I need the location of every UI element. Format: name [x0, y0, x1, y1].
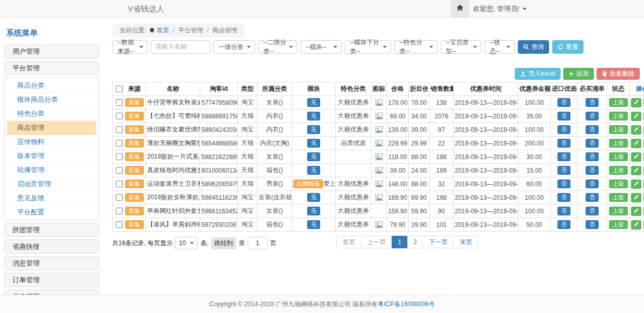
status-toggle[interactable]: 上架 — [609, 166, 628, 175]
import-select-toggle[interactable]: 否 — [557, 98, 570, 107]
import-excel-button[interactable]: 导入excel — [515, 68, 561, 80]
module-badge[interactable]: 无 — [307, 193, 320, 202]
sidebar-item[interactable]: 平台配置 — [5, 206, 99, 219]
edit-button[interactable] — [631, 193, 641, 202]
must-buy-toggle[interactable]: 否 — [586, 152, 599, 161]
jump-button[interactable]: 跳转到 — [211, 237, 236, 249]
edit-button[interactable] — [631, 125, 641, 135]
sidebar-item[interactable]: 特色分类 — [5, 107, 99, 121]
jump-page-input[interactable] — [248, 237, 268, 249]
row-checkbox[interactable] — [116, 99, 123, 106]
filter-select[interactable]: --特色分类-- — [394, 40, 438, 54]
page-button[interactable]: 1 — [392, 236, 408, 248]
filter-select[interactable]: --状态-- — [484, 40, 515, 54]
sidebar-item[interactable]: 商品管理 — [7, 121, 96, 135]
sidebar-group-header[interactable]: 平台管理 — [4, 61, 99, 75]
edit-button[interactable] — [631, 98, 641, 107]
sidebar-item[interactable]: 启动页管理 — [5, 177, 99, 191]
add-button[interactable]: 添加 — [563, 68, 594, 80]
module-badge[interactable]: 无 — [307, 98, 320, 107]
must-buy-toggle[interactable]: 否 — [586, 98, 599, 107]
row-checkbox[interactable] — [116, 194, 123, 201]
page-button[interactable]: 2 — [407, 236, 423, 248]
sidebar-group-header[interactable]: 用户管理 — [4, 44, 99, 58]
sidebar-item[interactable]: 意见反馈 — [5, 191, 99, 206]
sidebar-item[interactable]: 版本管理 — [5, 149, 99, 163]
status-toggle[interactable]: 上架 — [609, 112, 628, 121]
status-toggle[interactable]: 上架 — [609, 152, 628, 161]
must-buy-toggle[interactable]: 否 — [586, 166, 599, 175]
sidebar-group-header[interactable]: 订单管理 — [4, 273, 99, 287]
row-checkbox[interactable] — [116, 167, 123, 174]
row-checkbox[interactable] — [116, 126, 123, 133]
must-buy-toggle[interactable]: 否 — [586, 220, 599, 229]
sidebar-group-header[interactable]: 消息管理 — [4, 256, 99, 270]
select-all-checkbox[interactable] — [116, 86, 123, 92]
import-select-toggle[interactable]: 否 — [557, 125, 570, 134]
module-badge[interactable]: 无 — [307, 220, 320, 229]
page-button[interactable]: 末页 — [453, 236, 478, 248]
page-button[interactable]: 下一页 — [422, 236, 454, 248]
home-button[interactable] — [451, 0, 469, 17]
sidebar-item[interactable]: 宣传物料 — [5, 135, 99, 149]
edit-button[interactable] — [631, 139, 641, 148]
status-toggle[interactable]: 上架 — [609, 220, 628, 229]
icp-link[interactable]: 粤ICP备16098006号 — [378, 300, 434, 308]
edit-button[interactable] — [631, 207, 641, 216]
status-toggle[interactable]: 上架 — [609, 139, 628, 148]
status-toggle[interactable]: 上架 — [609, 207, 628, 215]
module-badge[interactable]: 无 — [307, 152, 320, 161]
must-buy-toggle[interactable]: 否 — [586, 179, 599, 188]
filter-select[interactable]: --二级分类-- — [258, 40, 297, 54]
status-toggle[interactable]: 上架 — [609, 125, 628, 134]
filter-select[interactable]: --数据来源-- — [112, 40, 148, 54]
import-select-toggle[interactable]: 否 — [557, 193, 570, 202]
row-checkbox[interactable] — [116, 153, 123, 160]
sidebar-group-header[interactable]: 拼团管理 — [4, 223, 99, 237]
module-badge[interactable]: 无 — [307, 125, 320, 134]
filter-select[interactable]: --模块-- — [300, 40, 342, 54]
name-search-input[interactable] — [151, 41, 210, 52]
module-badge[interactable]: 无 — [307, 112, 320, 121]
filter-select[interactable]: --模块下分类-- — [345, 40, 391, 54]
must-buy-toggle[interactable]: 否 — [586, 125, 599, 134]
sidebar-group-header[interactable]: 省惠快报 — [4, 239, 99, 254]
breadcrumb-home-link[interactable]: 首页 — [156, 27, 169, 34]
batch-delete-button[interactable]: 批量删除 — [597, 68, 640, 80]
must-buy-toggle[interactable]: 否 — [586, 139, 599, 148]
filter-select[interactable]: 一级分类 — [213, 40, 255, 54]
search-button[interactable]: 查询 — [518, 40, 549, 54]
edit-button[interactable] — [631, 179, 641, 189]
row-checkbox[interactable] — [116, 208, 123, 214]
page-size-select[interactable]: 10 — [175, 237, 198, 249]
edit-button[interactable] — [631, 220, 641, 230]
must-buy-toggle[interactable]: 否 — [586, 193, 599, 202]
reset-button[interactable]: 重置 — [552, 40, 584, 54]
edit-button[interactable] — [631, 152, 641, 162]
edit-button[interactable] — [631, 166, 641, 175]
filter-select[interactable]: --宝贝类型-- — [441, 40, 481, 54]
must-buy-toggle[interactable]: 否 — [586, 207, 599, 215]
import-select-toggle[interactable]: 否 — [557, 207, 570, 215]
import-select-toggle[interactable]: 否 — [557, 139, 570, 148]
sidebar-item[interactable]: 模块商品分类 — [5, 93, 99, 107]
module-badge[interactable]: 无 — [307, 166, 320, 175]
module-badge[interactable]: 无 — [307, 207, 320, 215]
edit-button[interactable] — [631, 112, 641, 121]
must-buy-toggle[interactable]: 否 — [586, 112, 599, 121]
row-checkbox[interactable] — [116, 113, 123, 119]
row-checkbox[interactable] — [116, 180, 123, 187]
import-select-toggle[interactable]: 否 — [557, 152, 570, 161]
module-badge[interactable]: 无 — [307, 139, 320, 148]
status-toggle[interactable]: 上架 — [609, 179, 628, 188]
import-select-toggle[interactable]: 否 — [557, 179, 570, 188]
sidebar-item[interactable]: 商品分类 — [5, 79, 99, 93]
import-select-toggle[interactable]: 否 — [557, 112, 570, 121]
module-badge[interactable]: 品牌精选 — [293, 179, 323, 188]
import-select-toggle[interactable]: 否 — [557, 166, 570, 175]
user-menu[interactable]: 欢迎您, 管理员! — [473, 0, 527, 17]
import-select-toggle[interactable]: 否 — [557, 220, 570, 229]
row-checkbox[interactable] — [116, 140, 123, 147]
status-toggle[interactable]: 上架 — [609, 193, 628, 202]
sidebar-item[interactable]: 轮播管理 — [5, 163, 99, 177]
